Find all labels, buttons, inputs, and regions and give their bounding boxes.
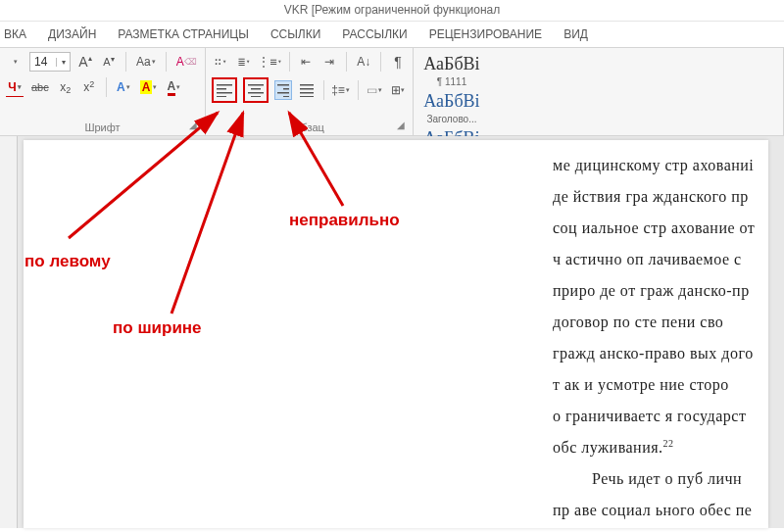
tab-design[interactable]: ДИЗАЙН bbox=[48, 27, 96, 41]
multilevel-list-button[interactable]: ⋮≡▾ bbox=[259, 52, 281, 72]
underline-button[interactable]: Ч▾ bbox=[6, 77, 24, 97]
title-bar: VKR [Режим ограниченной функционал bbox=[0, 0, 784, 22]
paragraph-dialog-launcher[interactable]: ◢ bbox=[395, 120, 407, 131]
decrease-indent-button[interactable]: ⇤ bbox=[297, 52, 315, 72]
document-area: ме дицинскому стр ахованиі де йствия гра… bbox=[0, 136, 784, 528]
group-font: ▾ 14 ▾ A▴ A▾ Aa▾ A⌫ Ч▾ abc x2 x2 A▾ A▾ bbox=[0, 48, 206, 135]
grow-font-button[interactable]: A▴ bbox=[76, 52, 94, 72]
shading-button[interactable]: ▭▾ bbox=[366, 80, 383, 100]
align-left-button[interactable] bbox=[215, 80, 234, 100]
window-title: VKR [Режим ограниченной функционал bbox=[284, 3, 500, 17]
group-label-font: Шрифт ◢ bbox=[6, 120, 199, 133]
group-label-paragraph: Абзац ◢ bbox=[212, 120, 407, 133]
tab-references[interactable]: ССЫЛКИ bbox=[270, 27, 320, 41]
page[interactable]: ме дицинскому стр ахованиі де йствия гра… bbox=[24, 140, 768, 528]
superscript-button[interactable]: x2 bbox=[80, 77, 98, 97]
ribbon-tabs: ВКА ДИЗАЙН РАЗМЕТКА СТРАНИЦЫ ССЫЛКИ РАСС… bbox=[0, 22, 784, 48]
font-size-combo[interactable]: 14 ▾ bbox=[29, 52, 71, 72]
strikethrough-button[interactable]: abc bbox=[29, 77, 51, 97]
line-spacing-button[interactable]: ‡≡▾ bbox=[332, 80, 350, 100]
align-left-icon bbox=[217, 83, 232, 97]
align-right-button[interactable] bbox=[274, 80, 292, 100]
ribbon: ▾ 14 ▾ A▴ A▾ Aa▾ A⌫ Ч▾ abc x2 x2 A▾ A▾ bbox=[0, 48, 784, 136]
document-text: ме дицинскому стр ахованиі де йствия гра… bbox=[553, 150, 784, 526]
align-center-button[interactable] bbox=[246, 80, 266, 100]
font-dialog-launcher[interactable]: ◢ bbox=[187, 120, 199, 131]
tab-vka[interactable]: ВКА bbox=[4, 27, 26, 41]
align-justify-button[interactable] bbox=[298, 80, 316, 100]
sort-button[interactable]: A↓ bbox=[355, 52, 372, 72]
style-heading1[interactable]: АаБбВі Заголово... bbox=[417, 89, 486, 126]
shrink-font-button[interactable]: A▾ bbox=[100, 52, 118, 72]
align-right-icon bbox=[277, 83, 289, 97]
highlight-button[interactable]: A▾ bbox=[138, 77, 160, 97]
text-effects-button[interactable]: A▾ bbox=[115, 77, 132, 97]
borders-button[interactable]: ⊞▾ bbox=[389, 80, 407, 100]
highlight-box-justify bbox=[243, 77, 269, 103]
font-color-button[interactable]: A▾ bbox=[165, 77, 182, 97]
align-center-icon bbox=[248, 83, 264, 97]
show-paragraph-marks-button[interactable]: ¶ bbox=[389, 52, 407, 72]
tab-review[interactable]: РЕЦЕНЗИРОВАНИЕ bbox=[429, 27, 542, 41]
numbering-button[interactable]: ≣▾ bbox=[235, 52, 253, 72]
align-justify-icon bbox=[300, 83, 314, 97]
style-1111[interactable]: АаБбВі ¶ 1111 bbox=[417, 52, 486, 89]
group-paragraph: ∷▾ ≣▾ ⋮≡▾ ⇤ ⇥ A↓ ¶ bbox=[206, 48, 414, 135]
chevron-down-icon[interactable]: ▾ bbox=[56, 58, 70, 67]
vertical-ruler[interactable] bbox=[0, 136, 18, 528]
subscript-button[interactable]: x2 bbox=[57, 77, 74, 97]
tab-page-layout[interactable]: РАЗМЕТКА СТРАНИЦЫ bbox=[118, 27, 249, 41]
font-family-dropdown[interactable]: ▾ bbox=[6, 52, 24, 72]
bullets-button[interactable]: ∷▾ bbox=[212, 52, 229, 72]
change-case-button[interactable]: Aa▾ bbox=[134, 52, 158, 72]
increase-indent-button[interactable]: ⇥ bbox=[320, 52, 338, 72]
tab-view[interactable]: ВИД bbox=[564, 27, 588, 41]
group-styles: АаБбВі ¶ 1111 АаБбВі Заголово... АаБбВі … bbox=[414, 48, 784, 135]
clear-formatting-button[interactable]: A⌫ bbox=[174, 52, 199, 72]
tab-mailings[interactable]: РАССЫЛКИ bbox=[342, 27, 407, 41]
highlight-box-left bbox=[212, 77, 237, 103]
font-size-value[interactable]: 14 bbox=[30, 55, 56, 69]
